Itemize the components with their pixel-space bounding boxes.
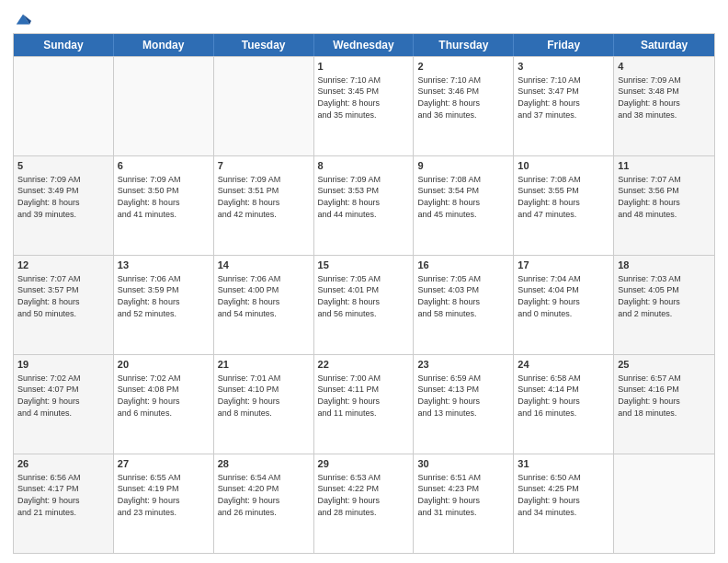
day-info: Sunrise: 6:57 AM Sunset: 4:16 PM Dayligh…: [618, 373, 711, 419]
day-info: Sunrise: 6:54 AM Sunset: 4:20 PM Dayligh…: [218, 472, 310, 518]
day-number: 13: [118, 259, 210, 272]
empty-cell-r4c6: [614, 454, 714, 553]
logo: [13, 11, 31, 26]
logo-icon: [15, 11, 31, 28]
day-cell-29: 29Sunrise: 6:53 AM Sunset: 4:22 PM Dayli…: [314, 454, 415, 553]
day-number: 10: [518, 159, 609, 173]
day-cell-7: 7Sunrise: 7:09 AM Sunset: 3:51 PM Daylig…: [214, 156, 314, 255]
day-info: Sunrise: 7:08 AM Sunset: 3:55 PM Dayligh…: [518, 174, 609, 220]
day-info: Sunrise: 7:01 AM Sunset: 4:10 PM Dayligh…: [218, 373, 310, 419]
day-cell-27: 27Sunrise: 6:55 AM Sunset: 4:19 PM Dayli…: [114, 454, 214, 553]
day-cell-15: 15Sunrise: 7:05 AM Sunset: 4:01 PM Dayli…: [314, 256, 415, 354]
day-info: Sunrise: 7:02 AM Sunset: 4:07 PM Dayligh…: [17, 373, 109, 419]
day-info: Sunrise: 6:50 AM Sunset: 4:25 PM Dayligh…: [518, 472, 609, 518]
day-cell-16: 16Sunrise: 7:05 AM Sunset: 4:03 PM Dayli…: [414, 256, 514, 354]
day-cell-20: 20Sunrise: 7:02 AM Sunset: 4:08 PM Dayli…: [114, 355, 214, 454]
day-number: 19: [17, 358, 109, 372]
day-info: Sunrise: 7:10 AM Sunset: 3:45 PM Dayligh…: [318, 75, 410, 121]
day-number: 31: [518, 457, 609, 471]
day-info: Sunrise: 7:00 AM Sunset: 4:11 PM Dayligh…: [318, 373, 410, 419]
day-info: Sunrise: 7:07 AM Sunset: 3:56 PM Dayligh…: [618, 174, 711, 220]
day-number: 27: [118, 457, 210, 471]
day-number: 2: [417, 60, 509, 74]
day-cell-13: 13Sunrise: 7:06 AM Sunset: 3:59 PM Dayli…: [114, 256, 214, 354]
day-cell-24: 24Sunrise: 6:58 AM Sunset: 4:14 PM Dayli…: [514, 355, 614, 454]
day-cell-26: 26Sunrise: 6:56 AM Sunset: 4:17 PM Dayli…: [14, 454, 114, 553]
weekday-header-friday: Friday: [514, 34, 614, 56]
day-cell-5: 5Sunrise: 7:09 AM Sunset: 3:49 PM Daylig…: [14, 156, 114, 255]
day-cell-3: 3Sunrise: 7:10 AM Sunset: 3:47 PM Daylig…: [514, 57, 614, 155]
weekday-header-thursday: Thursday: [414, 34, 514, 56]
day-number: 1: [318, 60, 410, 74]
day-number: 20: [118, 358, 210, 372]
day-number: 4: [618, 60, 711, 74]
calendar-row-5: 26Sunrise: 6:56 AM Sunset: 4:17 PM Dayli…: [14, 454, 714, 553]
day-cell-14: 14Sunrise: 7:06 AM Sunset: 4:00 PM Dayli…: [214, 256, 314, 354]
calendar-header: SundayMondayTuesdayWednesdayThursdayFrid…: [14, 34, 714, 56]
day-info: Sunrise: 7:02 AM Sunset: 4:08 PM Dayligh…: [118, 373, 210, 419]
day-number: 28: [218, 457, 310, 471]
day-number: 9: [417, 159, 509, 173]
day-number: 14: [218, 259, 310, 272]
day-cell-2: 2Sunrise: 7:10 AM Sunset: 3:46 PM Daylig…: [414, 57, 514, 155]
day-number: 7: [218, 159, 310, 173]
weekday-header-tuesday: Tuesday: [214, 34, 314, 56]
day-cell-19: 19Sunrise: 7:02 AM Sunset: 4:07 PM Dayli…: [14, 355, 114, 454]
day-info: Sunrise: 6:55 AM Sunset: 4:19 PM Dayligh…: [118, 472, 210, 518]
day-info: Sunrise: 7:09 AM Sunset: 3:50 PM Dayligh…: [118, 174, 210, 220]
day-info: Sunrise: 7:09 AM Sunset: 3:48 PM Dayligh…: [618, 75, 711, 121]
weekday-header-sunday: Sunday: [14, 34, 114, 56]
day-info: Sunrise: 7:10 AM Sunset: 3:46 PM Dayligh…: [417, 75, 509, 121]
day-number: 29: [318, 457, 410, 471]
day-info: Sunrise: 6:58 AM Sunset: 4:14 PM Dayligh…: [518, 373, 609, 419]
day-info: Sunrise: 7:03 AM Sunset: 4:05 PM Dayligh…: [618, 273, 711, 319]
day-number: 6: [118, 159, 210, 173]
day-cell-17: 17Sunrise: 7:04 AM Sunset: 4:04 PM Dayli…: [514, 256, 614, 354]
day-number: 3: [518, 60, 609, 74]
calendar-row-1: 1Sunrise: 7:10 AM Sunset: 3:45 PM Daylig…: [14, 56, 714, 155]
day-number: 24: [518, 358, 609, 372]
weekday-header-saturday: Saturday: [614, 34, 714, 56]
day-info: Sunrise: 7:09 AM Sunset: 3:49 PM Dayligh…: [17, 174, 109, 220]
calendar-row-4: 19Sunrise: 7:02 AM Sunset: 4:07 PM Dayli…: [14, 354, 714, 454]
day-info: Sunrise: 6:59 AM Sunset: 4:13 PM Dayligh…: [417, 373, 509, 419]
day-number: 5: [17, 159, 109, 173]
calendar-row-3: 12Sunrise: 7:07 AM Sunset: 3:57 PM Dayli…: [14, 255, 714, 354]
day-cell-12: 12Sunrise: 7:07 AM Sunset: 3:57 PM Dayli…: [14, 256, 114, 354]
day-number: 16: [417, 259, 509, 272]
day-cell-1: 1Sunrise: 7:10 AM Sunset: 3:45 PM Daylig…: [314, 57, 415, 155]
empty-cell-r0c0: [14, 57, 114, 155]
day-number: 12: [17, 259, 109, 272]
day-cell-6: 6Sunrise: 7:09 AM Sunset: 3:50 PM Daylig…: [114, 156, 214, 255]
day-info: Sunrise: 7:10 AM Sunset: 3:47 PM Dayligh…: [518, 75, 609, 121]
day-number: 15: [318, 259, 410, 272]
day-info: Sunrise: 6:56 AM Sunset: 4:17 PM Dayligh…: [17, 472, 109, 518]
day-cell-18: 18Sunrise: 7:03 AM Sunset: 4:05 PM Dayli…: [614, 256, 714, 354]
day-cell-8: 8Sunrise: 7:09 AM Sunset: 3:53 PM Daylig…: [314, 156, 415, 255]
calendar: SundayMondayTuesdayWednesdayThursdayFrid…: [13, 33, 715, 554]
day-cell-23: 23Sunrise: 6:59 AM Sunset: 4:13 PM Dayli…: [414, 355, 514, 454]
day-info: Sunrise: 7:04 AM Sunset: 4:04 PM Dayligh…: [518, 273, 609, 319]
day-cell-25: 25Sunrise: 6:57 AM Sunset: 4:16 PM Dayli…: [614, 355, 714, 454]
day-number: 8: [318, 159, 410, 173]
calendar-body: 1Sunrise: 7:10 AM Sunset: 3:45 PM Daylig…: [14, 56, 714, 553]
day-number: 17: [518, 259, 609, 272]
day-info: Sunrise: 7:06 AM Sunset: 4:00 PM Dayligh…: [218, 273, 310, 319]
day-number: 25: [618, 358, 711, 372]
day-number: 11: [618, 159, 711, 173]
day-cell-10: 10Sunrise: 7:08 AM Sunset: 3:55 PM Dayli…: [514, 156, 614, 255]
day-info: Sunrise: 7:07 AM Sunset: 3:57 PM Dayligh…: [17, 273, 109, 319]
day-cell-28: 28Sunrise: 6:54 AM Sunset: 4:20 PM Dayli…: [214, 454, 314, 553]
day-info: Sunrise: 6:51 AM Sunset: 4:23 PM Dayligh…: [417, 472, 509, 518]
calendar-row-2: 5Sunrise: 7:09 AM Sunset: 3:49 PM Daylig…: [14, 155, 714, 255]
empty-cell-r0c1: [114, 57, 214, 155]
day-number: 21: [218, 358, 310, 372]
day-number: 23: [417, 358, 509, 372]
day-cell-11: 11Sunrise: 7:07 AM Sunset: 3:56 PM Dayli…: [614, 156, 714, 255]
day-cell-31: 31Sunrise: 6:50 AM Sunset: 4:25 PM Dayli…: [514, 454, 614, 553]
weekday-header-wednesday: Wednesday: [314, 34, 415, 56]
empty-cell-r0c2: [214, 57, 314, 155]
day-number: 22: [318, 358, 410, 372]
day-cell-4: 4Sunrise: 7:09 AM Sunset: 3:48 PM Daylig…: [614, 57, 714, 155]
day-number: 30: [417, 457, 509, 471]
